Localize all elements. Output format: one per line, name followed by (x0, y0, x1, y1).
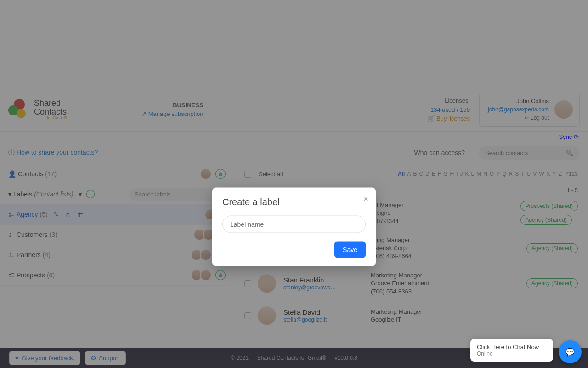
az-filter-I[interactable]: I (456, 171, 458, 177)
az-filter-X[interactable]: X (547, 171, 550, 177)
tag[interactable]: Agency (Shared) (526, 243, 578, 253)
edit-icon[interactable]: ✎ (53, 211, 59, 218)
add-label-button[interactable]: + (86, 190, 95, 198)
person-icon: 👤 (8, 170, 16, 178)
user-email[interactable]: john@gappsexperts.com (488, 106, 549, 113)
heart-icon: ♥ (15, 355, 19, 362)
select-all-label: Select all (259, 171, 283, 178)
search-contacts-wrap[interactable]: 🔍 (479, 146, 580, 160)
az-filter-V[interactable]: V (533, 171, 537, 177)
az-filter-B[interactable]: B (413, 171, 417, 177)
create-label-modal: Create a label × Save (212, 188, 376, 266)
az-filter-C[interactable]: C (419, 171, 423, 177)
sidebar-labels-header[interactable]: ▾ Labels (Contact lists) ▼ + Search labe… (0, 184, 234, 205)
tag[interactable]: Prospects (Shared) (520, 201, 578, 211)
licenses-label: Licenses: (427, 96, 470, 105)
contact-row[interactable]: Stan Franklinstanley@groovewo…Marketing … (234, 266, 588, 301)
az-filter-.?123[interactable]: .?123 (564, 171, 578, 177)
howto-link[interactable]: ⓘ How to share your contacts? (8, 149, 98, 157)
support-button[interactable]: ✪ Support (85, 351, 126, 365)
share-icon[interactable]: ⋔ (65, 211, 71, 218)
search-labels-input[interactable]: Search labels (129, 188, 226, 201)
range-label: 1 - 5 (567, 187, 578, 194)
avatar (200, 168, 212, 180)
az-filter-Q[interactable]: Q (502, 171, 506, 177)
az-filter-S[interactable]: S (515, 171, 519, 177)
chat-line2: Online (477, 351, 547, 357)
contact-job: Marketing ManagerGroove Entertainment(70… (371, 271, 526, 296)
brand-logo: Shared Contacts for Gmail® (8, 99, 137, 121)
row-checkbox[interactable] (244, 280, 251, 287)
share-icon[interactable]: ⋔ (215, 270, 226, 280)
search-icon: 🔍 (566, 150, 573, 156)
az-filter-T[interactable]: T (521, 171, 524, 177)
feedback-button[interactable]: ♥ Give your feedback. (9, 351, 80, 365)
az-filter-M[interactable]: M (476, 171, 481, 177)
hero-title: Create and share contact lists (152, 31, 436, 56)
search-contacts-input[interactable] (485, 150, 566, 156)
trash-icon[interactable]: 🗑 (77, 211, 84, 218)
user-card: John Collins john@gappsexperts.com ⇤ Log… (479, 93, 580, 126)
logout-link[interactable]: ⇤ Log out (525, 115, 549, 121)
avatar (200, 269, 212, 281)
az-filter-All[interactable]: All (398, 171, 405, 177)
az-filter-W[interactable]: W (539, 171, 544, 177)
avatar (200, 249, 212, 261)
az-filter-A[interactable]: A (407, 171, 411, 177)
contact-email[interactable]: stanley@groovewo… (283, 284, 336, 291)
sidebar-item-customers[interactable]: 🏷 Customers (3)+ 1 (0, 225, 234, 245)
close-icon[interactable]: × (363, 194, 368, 204)
label-name-input[interactable] (222, 216, 366, 233)
tag[interactable]: Agency (Shared) (520, 215, 572, 225)
sidebar-item-partners[interactable]: 🏷 Partners (4)⋔ (0, 245, 234, 265)
chat-fab[interactable]: 💬 (559, 340, 582, 363)
license-block: Licenses: 134 used / 150 🛒 Buy licenses (427, 96, 479, 123)
az-filter-G[interactable]: G (443, 171, 447, 177)
select-all-checkbox[interactable] (244, 171, 251, 178)
az-filter-U[interactable]: U (527, 171, 531, 177)
sync-button[interactable]: Sync ⟳ (559, 133, 579, 140)
contact-email[interactable]: stella@googlize.it (283, 316, 327, 323)
az-filter-Y[interactable]: Y (553, 171, 556, 177)
brand-line1: Shared (34, 98, 61, 108)
az-filter-K[interactable]: K (465, 171, 469, 177)
plan-name: BUSINESS (173, 102, 203, 109)
az-filter-D[interactable]: D (425, 171, 430, 177)
contact-row[interactable]: Stella Davidstella@googlize.itMarketing … (234, 301, 588, 330)
manage-subscription-link[interactable]: ↗ Manage subscription (141, 110, 204, 117)
footer-copyright: © 2021 — Shared Contacts for Gmail® — v1… (231, 355, 357, 361)
az-filter-L[interactable]: L (471, 171, 474, 177)
sidebar-item-agency[interactable]: 🏷 Agency (5)✎⋔🗑 (0, 205, 234, 225)
az-filter-J[interactable]: J (460, 171, 463, 177)
external-link-icon: ↗ (141, 110, 147, 117)
user-name: John Collins (488, 97, 549, 105)
sidebar-item-prospects[interactable]: 🏷 Prospects (6)⋔ (0, 265, 234, 286)
row-checkbox[interactable] (244, 312, 251, 319)
chat-popup[interactable]: Click Here to Chat Now Online (470, 339, 553, 362)
contact-job: Marketing ManagerGooglize IT (371, 308, 578, 324)
buy-licenses-link[interactable]: 🛒 Buy licenses (427, 115, 470, 122)
az-filter-F[interactable]: F (438, 171, 441, 177)
az-filter-row: AllABCDEFGHIJKLMNOPQRSTUVWXYZ.?123 (398, 171, 578, 177)
contact-job: …ing ManagerAsterisk Corp(706) 439-8664 (371, 236, 526, 260)
filter-icon[interactable]: ▼ (77, 190, 84, 198)
az-filter-H[interactable]: H (450, 171, 454, 177)
az-filter-E[interactable]: E (432, 171, 435, 177)
share-icon[interactable]: ⋔ (215, 169, 226, 179)
sidebar-contacts[interactable]: 👤 Contacts (17) ⋔ (0, 164, 234, 184)
logout-icon: ⇤ (525, 115, 529, 121)
licenses-used-link[interactable]: 134 used / 150 (430, 106, 470, 113)
content-toolbar: Select all AllABCDEFGHIJKLMNOPQRSTUVWXYZ… (234, 164, 588, 184)
plan-block: BUSINESS ↗ Manage subscription (141, 102, 204, 117)
az-filter-R[interactable]: R (509, 171, 513, 177)
az-filter-Z[interactable]: Z (559, 171, 562, 177)
az-filter-O[interactable]: O (490, 171, 494, 177)
az-filter-P[interactable]: P (496, 171, 500, 177)
save-button[interactable]: Save (334, 242, 366, 258)
contact-name: Stan Franklin (283, 276, 371, 284)
tag[interactable]: Agency (Shared) (526, 278, 578, 288)
who-can-access-label: Who can access? (414, 149, 465, 156)
chat-line1: Click Here to Chat Now (477, 344, 547, 351)
az-filter-N[interactable]: N (483, 171, 487, 177)
avatar[interactable] (554, 100, 573, 119)
